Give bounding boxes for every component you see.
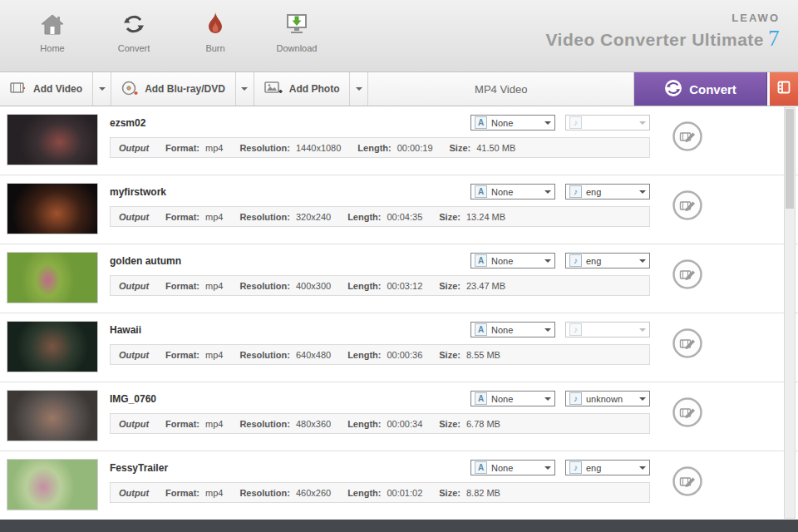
size-value: 23.47 MB [466,281,505,291]
nav-download[interactable]: Download [256,8,337,63]
chevron-down-icon [639,328,646,335]
subtitle-select[interactable]: A None [470,184,555,200]
subtitle-select[interactable]: A None [470,322,555,337]
length-label: Length: [347,350,381,360]
side-panel-toggle-button[interactable] [770,72,798,106]
edit-button[interactable] [672,397,703,451]
audio-value: eng [586,187,601,197]
size-label: Size: [439,212,461,222]
audio-select[interactable]: ♪ eng [565,184,650,200]
video-row[interactable]: golden autumn A None ♪ eng [0,244,798,313]
scrollbar[interactable] [784,107,796,519]
audio-note-icon: ♪ [569,185,582,198]
video-row[interactable]: myfirstwork A None ♪ eng [0,175,798,244]
nav-convert[interactable]: Convert [93,8,175,63]
length-value: 00:03:12 [387,281,422,291]
video-row[interactable]: IMG_0760 A None ♪ unknown [0,382,798,451]
row-main: golden autumn A None ♪ eng [110,252,650,313]
output-label: Output [119,419,149,429]
subtitle-select[interactable]: A None [470,460,555,475]
download-icon [283,8,310,40]
video-title: golden autumn [110,255,470,267]
chevron-down-icon [544,466,551,473]
size-value: 8.55 MB [466,350,500,360]
output-format-selector[interactable]: MP4 Video [368,72,634,106]
add-photo-dropdown[interactable] [350,72,368,106]
output-label: Output [119,143,149,153]
size-label: Size: [439,281,461,291]
audio-select[interactable]: ♪ eng [565,460,650,475]
nav-burn[interactable]: Burn [175,8,256,63]
row-main: Hawaii A None ♪ [110,321,650,382]
resolution-label: Resolution: [239,350,290,360]
add-video-dropdown[interactable] [93,72,111,106]
subtitle-value: None [491,187,513,197]
add-photo-icon [264,81,283,97]
resolution-label: Resolution: [239,143,290,153]
add-video-button[interactable]: Add Video [0,72,93,106]
panel-icon [777,81,791,97]
format-label: Format: [165,350,200,360]
brand-block: LEAWO Video Converter Ultimate7 [545,12,780,52]
subtitle-select[interactable]: A None [470,115,555,131]
chevron-down-icon [99,87,106,94]
audio-select[interactable]: ♪ [565,115,650,131]
add-bluray-button[interactable]: Add Blu-ray/DVD [111,72,236,106]
length-label: Length: [347,212,381,222]
app-window: Home Convert [0,0,798,532]
row-main: FessyTrailer A None ♪ eng [110,459,650,520]
add-bluray-dropdown[interactable] [236,72,254,106]
length-label: Length: [347,419,381,429]
format-value: mp4 [205,488,223,498]
subtitle-value: None [491,394,513,404]
size-value: 8.82 MB [466,488,500,498]
audio-select[interactable]: ♪ eng [565,253,650,268]
add-photo-button[interactable]: Add Photo [254,72,351,106]
convert-button[interactable]: Convert [634,72,767,106]
audio-note-icon: ♪ [569,392,582,405]
video-title: myfirstwork [110,186,470,198]
subtitle-a-icon: A [475,254,487,267]
row-main: IMG_0760 A None ♪ unknown [110,390,650,451]
subtitle-select[interactable]: A None [470,391,555,406]
edit-button[interactable] [672,190,703,244]
chevron-down-icon [544,121,551,128]
chevron-down-icon [544,190,551,197]
video-row[interactable]: ezsm02 A None ♪ [0,106,798,175]
video-thumbnail [7,252,98,303]
resolution-label: Resolution: [239,419,290,429]
scrollbar-thumb[interactable] [786,109,794,209]
subtitle-value: None [491,256,513,266]
video-thumbnail [7,183,98,234]
subtitle-a-icon: A [475,185,487,198]
subtitle-a-icon: A [475,323,487,336]
video-row[interactable]: FessyTrailer A None ♪ eng [0,451,798,520]
bottom-bar [0,520,798,532]
video-thumbnail [7,321,98,372]
subtitle-a-icon: A [475,392,487,405]
audio-select[interactable]: ♪ unknown [565,391,650,406]
subtitle-a-icon: A [475,116,487,129]
length-label: Length: [347,488,381,498]
chevron-down-icon [241,87,248,94]
nav-convert-label: Convert [118,43,150,53]
edit-button[interactable] [672,328,703,382]
edit-button[interactable] [672,121,703,175]
audio-note-icon: ♪ [569,323,582,336]
app-title: Video Converter Ultimate7 [545,26,780,52]
nav-home[interactable]: Home [12,8,93,63]
audio-select[interactable]: ♪ [565,322,650,337]
length-value: 00:00:34 [387,419,422,429]
resolution-label: Resolution: [239,488,290,498]
audio-value: eng [586,256,601,266]
edit-button[interactable] [672,466,703,520]
video-row[interactable]: Hawaii A None ♪ [0,313,798,382]
subtitle-select[interactable]: A None [470,253,555,268]
video-title: FessyTrailer [110,462,470,474]
chevron-down-icon [639,121,646,128]
length-value: 00:01:02 [387,488,422,498]
resolution-value: 320x240 [296,212,331,222]
resolution-value: 640x480 [296,350,331,360]
add-photo-label: Add Photo [289,83,340,95]
edit-button[interactable] [672,259,703,313]
